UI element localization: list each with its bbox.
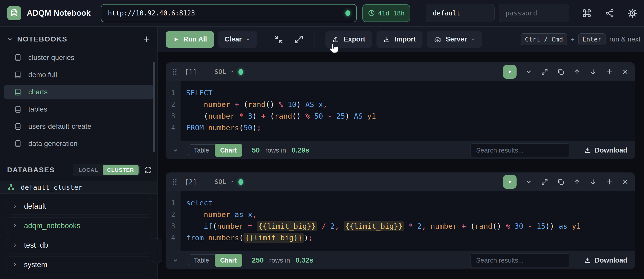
search-results-input[interactable] xyxy=(470,253,569,267)
toolbar-divider xyxy=(315,33,315,46)
database-item-test_db[interactable]: test_db xyxy=(7,237,152,253)
line-number-gutter: 1234 xyxy=(166,191,181,251)
database-item-default[interactable]: default xyxy=(7,198,152,214)
cell-collapse-icon[interactable] xyxy=(525,178,532,185)
chevron-down-icon[interactable] xyxy=(7,36,13,42)
duplicate-cell-icon[interactable] xyxy=(557,178,565,186)
database-item-adqm_notebooks[interactable]: adqm_notebooks xyxy=(7,217,152,234)
run-all-button[interactable]: Run All xyxy=(166,31,214,48)
download-icon xyxy=(584,257,591,264)
notebook-label: charts xyxy=(28,88,48,96)
uptime-value: 41d 18h xyxy=(378,10,405,17)
server-url-field[interactable] xyxy=(101,4,357,22)
chart-view-option[interactable]: Chart xyxy=(215,144,242,157)
code-line[interactable]: (number * 3) + (rand() % 50 - 25) AS y1 xyxy=(186,110,376,122)
cell-expand-icon[interactable] xyxy=(541,68,548,76)
sidebar-notebook-users-default-create[interactable]: users-default-create xyxy=(4,119,153,134)
add-cell-icon[interactable] xyxy=(606,178,613,186)
chevron-right-icon[interactable] xyxy=(12,262,17,267)
search-results-input[interactable] xyxy=(470,143,569,157)
clear-button[interactable]: Clear xyxy=(218,31,257,48)
code-lines[interactable]: select number as x, if(number = {{limit_… xyxy=(181,191,581,251)
refresh-databases-button[interactable] xyxy=(144,166,152,174)
shortcuts-button[interactable] xyxy=(582,8,592,18)
cell-status-dot xyxy=(238,69,243,75)
code-line[interactable]: FROM numbers(50); xyxy=(186,122,376,134)
add-notebook-button[interactable] xyxy=(143,35,151,43)
line-number-gutter: 1234 xyxy=(166,81,181,141)
run-cell-button[interactable] xyxy=(503,175,517,189)
chevron-right-icon[interactable] xyxy=(12,242,17,248)
scope-local-option[interactable]: LOCAL xyxy=(74,165,103,175)
server-url-input[interactable] xyxy=(107,9,345,17)
chevron-right-icon[interactable] xyxy=(12,203,17,209)
cell-language-select[interactable]: SQL xyxy=(215,178,226,185)
cell-expand-icon[interactable] xyxy=(541,178,548,186)
expand-all-button[interactable] xyxy=(294,34,304,45)
chevron-down-icon[interactable] xyxy=(230,180,234,184)
command-icon xyxy=(582,8,592,18)
cell-language-select[interactable]: SQL xyxy=(215,68,226,75)
code-lines[interactable]: SELECT number + (rand() % 10) AS x, (num… xyxy=(181,81,376,141)
notebook-label: data generation xyxy=(28,140,78,148)
scope-cluster-option[interactable]: CLUSTER xyxy=(103,165,139,175)
line-number: 1 xyxy=(166,87,181,99)
sidebar-notebook-data-generation[interactable]: data generation xyxy=(4,136,153,151)
table-view-option[interactable]: Table xyxy=(188,254,215,266)
drag-handle-icon[interactable] xyxy=(172,68,177,76)
cluster-name: default_cluster xyxy=(21,183,82,191)
delete-cell-icon[interactable] xyxy=(622,178,629,185)
sidebar-notebook-cluster-queries[interactable]: cluster queries xyxy=(4,50,153,65)
sidebar-collapse-handle[interactable] xyxy=(152,238,162,263)
app-logo xyxy=(7,6,21,20)
code-line[interactable]: SELECT xyxy=(186,87,376,99)
sidebar-notebook-charts[interactable]: charts xyxy=(4,85,153,99)
code-line[interactable]: number as x, xyxy=(186,209,581,220)
delete-cell-icon[interactable] xyxy=(622,68,629,75)
download-results-button[interactable]: Download xyxy=(584,256,627,264)
password-input[interactable] xyxy=(499,4,569,22)
kbd-enter: Enter xyxy=(578,33,606,45)
chevron-right-icon[interactable] xyxy=(12,223,17,228)
notebook-icon xyxy=(14,88,22,96)
results-collapse-icon[interactable] xyxy=(172,147,179,153)
export-button[interactable]: Export xyxy=(325,31,372,48)
chevron-down-icon[interactable] xyxy=(230,70,234,74)
code-editor[interactable]: 1234 SELECT number + (rand() % 10) AS x,… xyxy=(166,81,635,141)
code-editor[interactable]: 1234 select number as x, if(number = {{l… xyxy=(166,191,635,251)
code-line[interactable]: select xyxy=(186,197,581,209)
shortcut-hint: Ctrl / Cmd + Enter run & next xyxy=(521,33,640,45)
import-button[interactable]: Import xyxy=(376,31,423,48)
sidebar-scrollbar[interactable] xyxy=(153,62,155,152)
move-cell-down-icon[interactable] xyxy=(589,68,597,76)
database-item-system[interactable]: system xyxy=(7,256,152,273)
server-menu-button[interactable]: Server xyxy=(427,31,482,48)
code-line[interactable]: if(number = {{limit_big}} / 2, {{limit_b… xyxy=(186,220,581,232)
cells-container: [1] SQL xyxy=(158,52,644,269)
line-number: 3 xyxy=(166,110,181,122)
cell-index: [2] xyxy=(185,178,197,186)
move-cell-up-icon[interactable] xyxy=(573,178,581,186)
duplicate-cell-icon[interactable] xyxy=(557,68,565,76)
collapse-all-button[interactable] xyxy=(274,34,284,45)
move-cell-up-icon[interactable] xyxy=(573,68,581,76)
add-cell-icon[interactable] xyxy=(606,68,613,76)
import-label: Import xyxy=(395,35,416,43)
cluster-row[interactable]: default_cluster xyxy=(0,181,157,194)
chart-view-option[interactable]: Chart xyxy=(215,254,242,267)
download-results-button[interactable]: Download xyxy=(584,146,627,154)
drag-handle-icon[interactable] xyxy=(172,178,177,186)
table-view-option[interactable]: Table xyxy=(188,144,215,156)
move-cell-down-icon[interactable] xyxy=(589,178,597,186)
username-input[interactable] xyxy=(426,4,495,22)
sidebar-notebook-tables[interactable]: tables xyxy=(4,102,153,117)
databases-title: DATABASES xyxy=(7,166,55,174)
run-cell-button[interactable] xyxy=(503,65,517,79)
cell-collapse-icon[interactable] xyxy=(525,68,532,75)
sidebar-notebook-demo-full[interactable]: demo full xyxy=(4,68,153,82)
results-collapse-icon[interactable] xyxy=(172,257,179,263)
share-button[interactable] xyxy=(605,8,614,18)
code-line[interactable]: number + (rand() % 10) AS x, xyxy=(186,99,376,110)
settings-button[interactable] xyxy=(628,8,637,18)
code-line[interactable]: from numbers({{limit_big}}); xyxy=(186,232,581,244)
